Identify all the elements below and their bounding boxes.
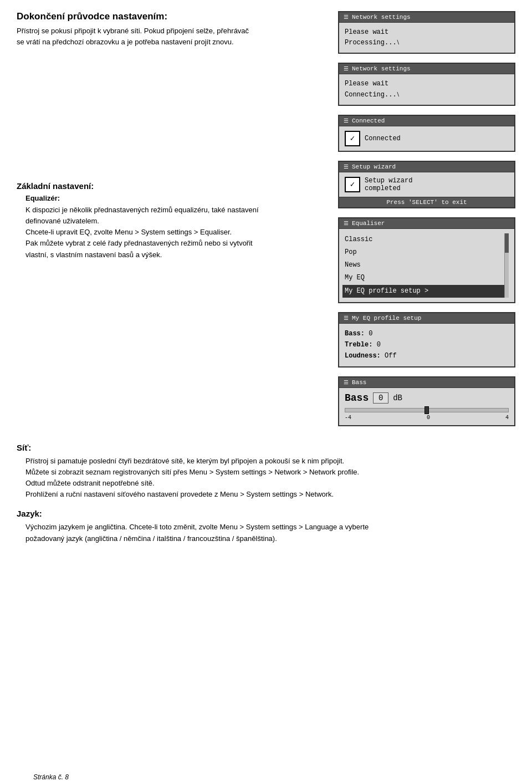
screen3-menu-icon: ☰ [344,118,349,124]
bass-max-label: 4 [505,415,509,421]
screen3-check-icon: ✓ [345,131,360,146]
screen6-header: ☰ My EQ profile setup [339,313,514,324]
screen2-header: ☰ Network settings [339,64,514,74]
screen2-line1: Please wait [345,79,509,89]
network-title: Síť: [17,443,515,452]
screen4-menu-icon: ☰ [344,164,349,170]
language-body: Výchozim jazykem je angličtina. Chcete-l… [25,522,515,544]
screen1-header: ☰ Network settings [339,12,514,23]
eq-item-news: News [345,259,504,272]
right-column: ☰ Network settings Please wait Processin… [338,11,515,430]
screen6-bass-value: 0 [369,330,372,338]
eq-item-classic: Classic [345,233,504,246]
left-column: Dokončení průvodce nastavením: Přístroj … [17,11,327,430]
screen1-menu-icon: ☰ [344,14,349,21]
bass-unit: dB [393,394,402,402]
screen2-header-title: Network settings [352,65,411,72]
screen5-scrollbar-thumb [505,233,509,253]
screen1-line2: Processing...⧵ [345,38,509,48]
bass-slider: -4 0 4 [345,408,509,421]
screen5-menu-icon: ☰ [344,220,349,227]
screen7-header: ☰ Bass [339,377,514,388]
spacer-top [17,55,327,177]
screen2-menu-icon: ☰ [344,65,349,72]
screen6-header-title: My EQ profile setup [352,315,421,321]
screen5-header: ☰ Equaliser [339,218,514,229]
bass-title-row: Bass 0 dB [345,392,509,404]
basic-settings-title: Základní nastavení: [17,181,327,191]
screen6-bass-row: Bass: 0 [345,328,509,339]
network-body: Přístroj si pamatuje poslední čtyři bezd… [25,456,515,501]
screen1-header-title: Network settings [352,14,411,21]
screen5-list: Classic Pop News My EQ My EQ profile set… [345,233,504,298]
intro-text-1: Přístroj se pokusí připojit k vybrané sí… [17,25,327,47]
screen3-body: ✓ Connected [339,126,514,151]
bass-slider-labels: -4 0 4 [345,415,509,421]
screen4-header: ☰ Setup wizard [339,162,514,172]
screen6-loudness-label: Loudness: [345,352,381,360]
screen7-menu-icon: ☰ [344,379,349,386]
language-section: Jazyk: Výchozim jazykem je angličtina. C… [17,509,515,544]
screen6-loudness-row: Loudness: Off [345,350,509,361]
screen5-body: Classic Pop News My EQ My EQ profile set… [339,229,514,302]
bass-slider-thumb [424,406,429,414]
screen2-body: Please wait Connecting...⧵ [339,74,514,104]
screen-connected: ☰ Connected ✓ Connected [338,115,515,152]
screen-bass: ☰ Bass Bass 0 dB [338,376,515,426]
screen5-scrollbar [504,233,509,298]
screen4-footer: Press 'SELECT' to exit [339,197,514,207]
bass-slider-track [345,408,509,412]
equalizer-subtitle: Equalizér: [25,194,327,202]
bass-value: 0 [378,394,383,402]
eq-item-pop: Pop [345,246,504,259]
screen-equaliser: ☰ Equaliser Classic Pop News My EQ My EQ… [338,217,515,303]
eq-item-myeq-setup: My EQ profile setup > [342,285,507,298]
screen1-body: Please wait Processing...⧵ [339,23,514,53]
bass-min-label: -4 [345,415,351,421]
screen6-treble-label: Treble: [345,341,372,349]
network-section: Síť: Přístroj si pamatuje poslední čtyři… [17,443,515,501]
eq-item-myeq: My EQ [345,272,504,284]
screen6-treble-value: 0 [377,341,381,349]
screen6-loudness-value: Off [385,352,397,360]
bottom-sections: Síť: Přístroj si pamatuje poslední čtyři… [17,443,515,544]
screen4-header-title: Setup wizard [352,164,396,170]
screen4-wizard-label: Setup wizard completed [365,177,412,192]
screen2-line2: Connecting...⧵ [345,90,509,100]
bass-zero-label: 0 [427,415,430,421]
bass-value-box: 0 [373,392,388,404]
screen7-header-title: Bass [352,379,366,386]
equalizer-text: K dispozici je několik přednastavených r… [25,205,327,261]
screen6-body: Bass: 0 Treble: 0 Loudness: Off [339,324,514,366]
page-number: Stránka č. 8 [33,773,69,781]
bass-title-label: Bass [345,392,369,404]
screen3-header-title: Connected [352,118,385,124]
screen4-body: ✓ Setup wizard completed [339,172,514,197]
page-title: Dokončení průvodce nastavením: [17,11,327,22]
screen6-treble-row: Treble: 0 [345,339,509,350]
screen-setup-wizard: ☰ Setup wizard ✓ Setup wizard completed … [338,161,515,208]
screen6-bass-label: Bass: [345,330,365,338]
language-title: Jazyk: [17,509,515,518]
screen4-check-icon: ✓ [345,177,360,192]
screen1-line1: Please wait [345,27,509,38]
screen3-connected-label: Connected [365,135,401,142]
screen6-menu-icon: ☰ [344,315,349,321]
screen-myeq-setup: ☰ My EQ profile setup Bass: 0 Treble: 0 … [338,312,515,367]
screen5-header-title: Equaliser [352,220,385,227]
page-layout: Dokončení průvodce nastavením: Přístroj … [17,11,515,430]
screen-network-connecting: ☰ Network settings Please wait Connectin… [338,63,515,105]
page-wrapper: Dokončení průvodce nastavením: Přístroj … [17,11,515,781]
screen3-header: ☰ Connected [339,116,514,126]
screen-network-processing: ☰ Network settings Please wait Processin… [338,11,515,54]
screen7-body: Bass 0 dB -4 0 4 [339,388,514,425]
